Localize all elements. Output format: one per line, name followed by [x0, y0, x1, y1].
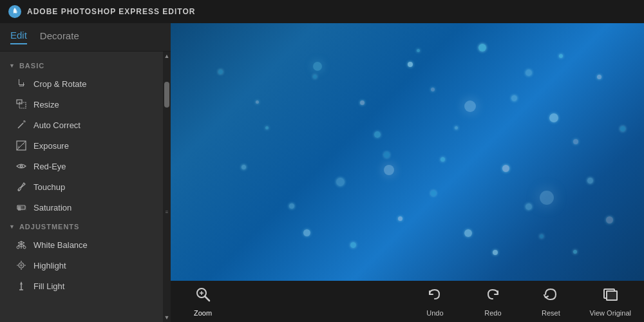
- highlight-label: Highlight: [33, 261, 66, 270]
- water-bubble: [526, 70, 532, 76]
- svg-line-4: [24, 120, 25, 121]
- svg-text:−: −: [22, 142, 24, 146]
- water-bubble: [350, 242, 356, 248]
- toolbar-redo[interactable]: Redo: [473, 286, 512, 317]
- menu-item-auto-correct[interactable]: Auto Correct: [0, 115, 163, 135]
- water-bubble: [511, 95, 517, 101]
- fill-light-icon: [15, 280, 27, 292]
- scroll-grip: ≡: [166, 211, 169, 213]
- saturation-icon: ▓▒░: [15, 202, 27, 213]
- water-bubble: [303, 229, 310, 236]
- water-bubble: [398, 216, 402, 221]
- water-bubble: [493, 250, 498, 255]
- image-canvas: [171, 23, 644, 281]
- title-bar: ADOBE PHOTOSHOP EXPRESS EDITOR: [0, 0, 644, 23]
- image-area: Zoom Undo: [171, 23, 644, 322]
- water-bubble: [360, 100, 365, 105]
- menu-item-touchup[interactable]: Touchup: [0, 176, 163, 197]
- water-bubble: [559, 54, 563, 58]
- resize-label: Resize: [33, 100, 59, 109]
- red-eye-label: Red-Eye: [33, 162, 66, 171]
- water-bubble: [408, 62, 413, 67]
- eye-icon: [15, 160, 27, 172]
- water-bubble: [526, 204, 532, 210]
- water-bubble: [478, 44, 486, 52]
- exposure-label: Exposure: [33, 141, 69, 151]
- saturation-label: Saturation: [33, 203, 71, 213]
- tab-decorate[interactable]: Decorate: [40, 30, 79, 44]
- menu-item-white-balance[interactable]: White Balance: [0, 234, 163, 255]
- menu-item-highlight[interactable]: Highlight: [0, 255, 163, 276]
- adjustments-arrow: ▼: [9, 223, 15, 230]
- svg-point-12: [21, 166, 22, 167]
- water-bubble: [417, 49, 420, 52]
- svg-rect-2: [19, 102, 26, 108]
- water-bubble: [573, 250, 577, 254]
- redo-label: Redo: [484, 309, 501, 317]
- water-bubble: [540, 234, 544, 238]
- water-bubble: [374, 131, 381, 138]
- toolbar-zoom[interactable]: Zoom: [184, 286, 222, 317]
- view-original-icon: [602, 286, 619, 307]
- scroll-up-arrow[interactable]: ▲: [164, 53, 170, 59]
- sidebar-content: ▼ BASIC Crop & Rotate: [0, 52, 171, 322]
- menu-item-resize[interactable]: Resize: [0, 94, 163, 115]
- basic-label: BASIC: [19, 62, 44, 70]
- water-highlight: [540, 191, 554, 205]
- adjustments-label: ADJUSTMENTS: [19, 223, 80, 231]
- crop-rotate-label: Crop & Rotate: [33, 79, 86, 89]
- menu-item-fill-light[interactable]: Fill Light: [0, 276, 163, 296]
- water-highlight: [313, 62, 322, 71]
- sidebar-list: ▼ BASIC Crop & Rotate: [0, 52, 163, 322]
- water-bubble: [384, 152, 390, 158]
- water-bubble: [620, 126, 625, 131]
- exposure-icon: + −: [15, 140, 27, 151]
- scroll-thumb[interactable]: [164, 82, 169, 108]
- section-adjustments: ▼ ADJUSTMENTS: [0, 218, 163, 234]
- water-bubble: [606, 216, 613, 223]
- balance-icon: [15, 239, 27, 251]
- scroll-down-arrow[interactable]: ▼: [164, 314, 170, 321]
- toolbar-view-original[interactable]: View Original: [589, 286, 631, 317]
- svg-point-26: [20, 264, 23, 267]
- svg-line-3: [18, 123, 23, 128]
- menu-item-saturation[interactable]: ▓▒░ Saturation: [0, 197, 163, 218]
- highlight-icon: [15, 260, 27, 271]
- bottom-toolbar: Zoom Undo: [171, 281, 644, 322]
- water-bubble: [289, 204, 294, 209]
- undo-icon: [426, 286, 443, 307]
- water-bubble: [573, 139, 578, 144]
- crop-icon: [15, 78, 27, 90]
- svg-text:+: +: [17, 145, 20, 149]
- water-bubble: [256, 100, 259, 104]
- sidebar: Edit Decorate ▼ BASIC Crop & Rotate: [0, 23, 171, 322]
- water-bubble: [431, 191, 436, 196]
- tab-edit[interactable]: Edit: [10, 30, 27, 44]
- app-title: ADOBE PHOTOSHOP EXPRESS EDITOR: [27, 7, 195, 16]
- toolbar-reset[interactable]: Reset: [531, 286, 570, 317]
- brush-icon: [15, 181, 27, 193]
- svg-point-18: [23, 246, 26, 249]
- water-bubble: [336, 178, 345, 186]
- undo-label: Undo: [426, 309, 443, 317]
- white-balance-label: White Balance: [33, 240, 88, 250]
- water-bubble: [587, 178, 593, 184]
- redo-icon: [484, 286, 501, 307]
- water-bubble: [265, 126, 269, 129]
- menu-item-crop-rotate[interactable]: Crop & Rotate: [0, 73, 163, 94]
- water-bubble: [464, 229, 472, 237]
- menu-item-red-eye[interactable]: Red-Eye: [0, 156, 163, 176]
- svg-rect-34: [607, 291, 617, 300]
- water-bubble: [502, 165, 509, 172]
- sidebar-scrollbar[interactable]: ▲ ≡ ▼: [163, 52, 171, 322]
- toolbar-undo[interactable]: Undo: [415, 286, 454, 317]
- main-area: Edit Decorate ▼ BASIC Crop & Rotate: [0, 23, 644, 322]
- svg-point-13: [18, 189, 20, 191]
- section-basic: ▼ BASIC: [0, 57, 163, 73]
- basic-arrow: ▼: [9, 62, 15, 69]
- zoom-icon: [194, 286, 211, 307]
- water-highlight: [464, 100, 476, 112]
- svg-line-30: [205, 296, 209, 301]
- menu-item-exposure[interactable]: + − Exposure: [0, 135, 163, 156]
- svg-point-17: [17, 246, 19, 249]
